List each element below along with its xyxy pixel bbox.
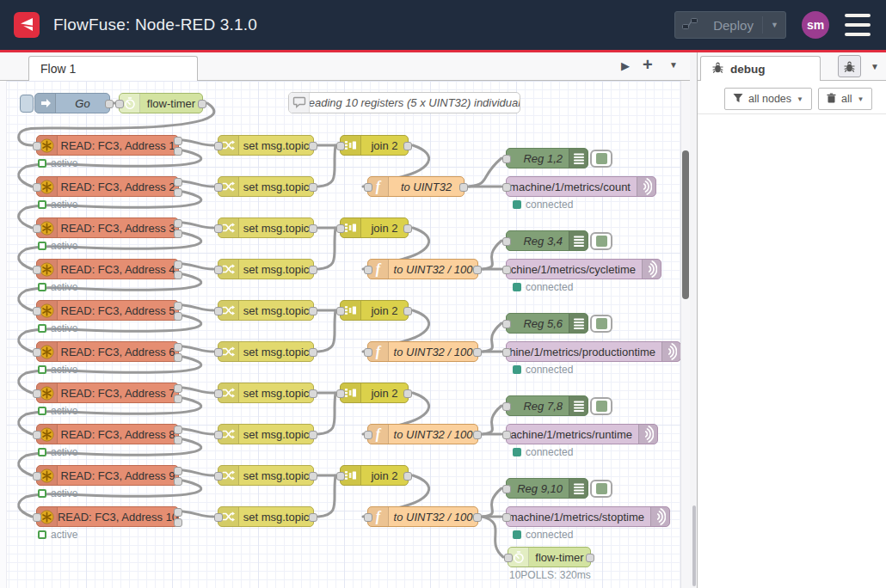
node-join4[interactable]: join 2 [340,383,409,403]
node-read4[interactable]: READ: FC3, Address 4 [36,259,179,279]
node-timer2[interactable]: flow-timer [508,547,591,567]
wire-read5-set5[interactable] [183,305,213,310]
wire-set4-join2[interactable] [318,228,335,269]
wire-fn1-reg1[interactable] [469,158,501,187]
port-in[interactable] [214,224,223,233]
debug-toggle-button[interactable] [590,315,612,333]
node-read2[interactable]: READ: FC3, Address 2 [36,176,179,197]
port-out[interactable] [309,472,317,481]
node-read1[interactable]: READ: FC3, Address 1 [36,135,179,156]
user-avatar[interactable]: sm [802,11,829,39]
port-out[interactable] [403,389,412,398]
debug-filter-nodes-button[interactable]: all nodes ▼ [724,88,812,110]
tab-flow-1[interactable]: Flow 1 [28,56,198,81]
node-mqtt2[interactable]: machine/1/metrics/cycletime [506,259,661,279]
node-timer1[interactable]: flow-timer [119,93,203,113]
node-set9[interactable]: set msg.topic [218,465,314,486]
port-in[interactable] [214,389,223,398]
node-go[interactable]: Go [34,93,110,113]
port-in[interactable] [504,554,513,562]
port-in[interactable] [214,472,223,481]
node-read9[interactable]: READ: FC3, Address 9 [36,465,179,486]
port-in[interactable] [364,431,372,439]
run-flow-icon[interactable]: ▶ [621,59,630,72]
port-in[interactable] [502,320,511,328]
main-menu-icon[interactable] [845,14,872,36]
port-in[interactable] [33,183,41,192]
port-out-2[interactable] [174,271,182,279]
canvas-vscrollbar-thumb[interactable] [682,150,689,299]
wire-read1-set1[interactable] [183,140,213,145]
node-join5[interactable]: join 2 [340,465,409,486]
wire-read10-set10[interactable] [183,511,213,517]
port-out-1[interactable] [174,219,182,228]
port-in[interactable] [502,155,511,163]
wire-set8-join4[interactable] [318,393,335,434]
debug-toggle-button[interactable] [590,150,612,168]
port-out[interactable] [473,266,482,274]
port-out[interactable] [309,513,317,522]
port-out[interactable] [403,142,412,150]
port-out-1[interactable] [174,260,182,269]
port-in[interactable] [214,513,223,522]
port-out[interactable] [309,389,317,398]
port-out-1[interactable] [174,426,182,434]
sidebar-scrollbar-thumb[interactable] [692,505,696,586]
inject-button[interactable] [20,95,34,113]
sidebar-splitter[interactable] [690,52,697,588]
port-out[interactable] [105,100,114,108]
tab-debug[interactable]: debug [700,56,821,81]
wire-fn5-timer2[interactable] [483,517,503,557]
port-out-2[interactable] [174,312,182,321]
port-in[interactable] [214,142,223,150]
port-out[interactable] [473,348,482,357]
node-read7[interactable]: READ: FC3, Address 7 [36,383,179,403]
port-in[interactable] [502,266,511,274]
port-out-2[interactable] [174,353,182,362]
flow-canvas[interactable]: Goflow-timerReading 10 registers (5 x UI… [0,81,690,588]
node-reg3[interactable]: Reg 5,6 [506,313,588,334]
node-read5[interactable]: READ: FC3, Address 5 [36,300,179,321]
node-reg4[interactable]: Reg 7,8 [506,395,588,416]
port-out-1[interactable] [174,302,182,310]
wire-read4-set4[interactable] [183,264,213,269]
node-comment1[interactable]: Reading 10 registers (5 x UINT32) indivi… [288,92,520,113]
node-mqtt4[interactable]: machine/1/metrics/runtime [506,424,658,444]
node-mqtt5[interactable]: machine/1/metrics/stoptime [506,506,670,527]
port-out[interactable] [403,224,412,233]
node-mqtt1[interactable]: machine/1/metrics/count [506,176,656,197]
port-out-1[interactable] [174,343,182,352]
port-in[interactable] [33,389,41,398]
port-out-1[interactable] [174,384,182,393]
port-in[interactable] [336,389,345,398]
debug-clear-button[interactable]: all ▼ [818,88,872,110]
port-out-1[interactable] [174,508,182,517]
wire-fn5-reg5[interactable] [483,488,501,517]
port-in[interactable] [502,402,511,411]
wire-read8-set8[interactable] [183,429,213,434]
node-set3[interactable]: set msg.topic [218,217,314,238]
port-in[interactable] [502,485,511,493]
node-set10[interactable]: set msg.topic [218,506,314,527]
port-in[interactable] [33,472,41,481]
wire-fn4-reg4[interactable] [483,406,501,434]
port-in[interactable] [336,224,345,233]
port-in[interactable] [214,431,223,439]
port-out[interactable] [198,100,206,108]
port-out-2[interactable] [174,395,182,403]
port-out-2[interactable] [174,477,182,486]
deploy-button[interactable]: Deploy ▼ [674,11,786,39]
wire-read7-set7[interactable] [183,388,213,393]
port-in[interactable] [364,513,372,522]
port-in[interactable] [364,266,372,274]
canvas-vscrollbar[interactable] [680,81,690,588]
flow-list-caret-icon[interactable]: ▼ [669,60,678,70]
port-out-2[interactable] [174,518,182,527]
node-join3[interactable]: join 2 [340,300,409,321]
port-in[interactable] [33,142,41,150]
port-out-2[interactable] [174,147,182,156]
port-out-2[interactable] [174,436,182,444]
port-out[interactable] [459,183,468,192]
port-out[interactable] [309,307,317,315]
port-out[interactable] [309,224,317,233]
